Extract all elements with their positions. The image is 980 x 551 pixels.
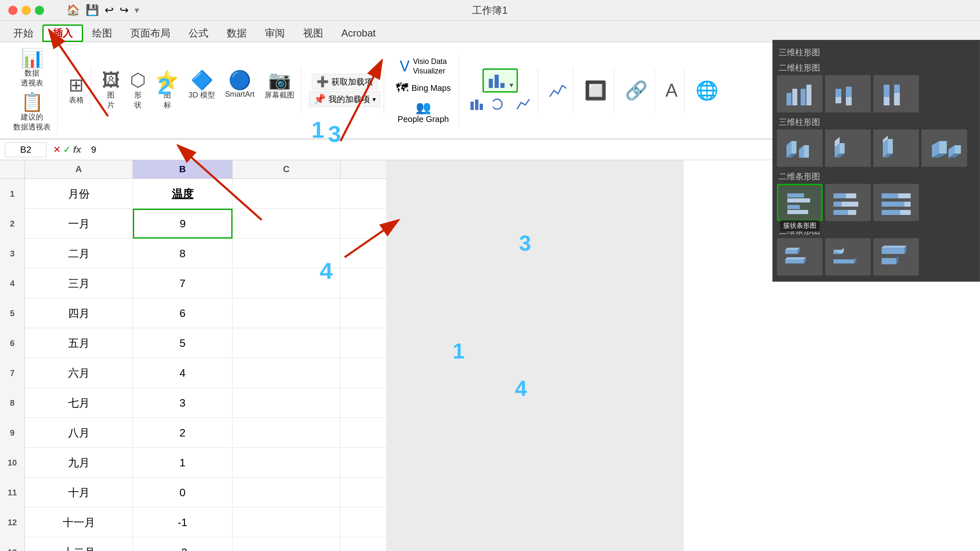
col-header-d[interactable]: D xyxy=(341,160,386,178)
tab-draw[interactable]: 绘图 xyxy=(83,24,121,42)
tab-acrobat[interactable]: Acrobat xyxy=(332,24,385,42)
cell-d5[interactable] xyxy=(341,298,386,328)
cell-a13[interactable]: 十二月 xyxy=(25,537,133,551)
cell-d10[interactable] xyxy=(341,448,386,478)
cell-c2[interactable] xyxy=(233,209,341,239)
maximize-button[interactable] xyxy=(35,6,44,15)
cell-d4[interactable] xyxy=(341,268,386,298)
link-button[interactable]: 🔗 xyxy=(622,80,651,101)
sparkline-button[interactable] xyxy=(546,80,570,100)
recommended-pivot-button[interactable]: 📋 建议的数据透视表 xyxy=(10,91,54,134)
cell-a1[interactable]: 月份 xyxy=(25,179,133,209)
cell-c4[interactable] xyxy=(233,268,341,298)
cell-d13[interactable] xyxy=(341,537,386,551)
cell-d12[interactable] xyxy=(341,507,386,537)
formula-confirm-icon[interactable]: ✓ xyxy=(63,144,71,155)
charts-button[interactable]: ▾ xyxy=(483,68,518,93)
chart-2d-clustered[interactable] xyxy=(777,75,823,112)
tab-view[interactable]: 视图 xyxy=(294,24,332,42)
globe-icon-btn[interactable]: 🌐 xyxy=(692,80,722,101)
cell-b4[interactable]: 7 xyxy=(133,268,233,298)
tab-data[interactable]: 数据 xyxy=(218,24,256,42)
cell-d7[interactable] xyxy=(341,358,386,388)
chart-3d-100pct[interactable] xyxy=(873,129,919,167)
cell-b5[interactable]: 6 xyxy=(133,298,233,328)
tab-start[interactable]: 开始 xyxy=(4,24,42,42)
cell-b9[interactable]: 2 xyxy=(133,418,233,448)
visio-button[interactable]: V Visio DataVisualizer xyxy=(395,55,451,78)
chart-type-2-button[interactable] xyxy=(466,96,488,112)
cell-a11[interactable]: 十月 xyxy=(25,478,133,507)
tab-pagelayout[interactable]: 页面布局 xyxy=(121,24,179,42)
cell-d6[interactable] xyxy=(341,328,386,358)
col-header-a[interactable]: A xyxy=(25,160,133,178)
cell-a9[interactable]: 八月 xyxy=(25,418,133,448)
cell-a12[interactable]: 十一月 xyxy=(25,507,133,537)
cell-b13[interactable]: -2 xyxy=(133,537,233,551)
home-icon[interactable]: 🏠 xyxy=(66,4,80,17)
cell-c13[interactable] xyxy=(233,537,341,551)
cell-d11[interactable] xyxy=(341,478,386,507)
chart-3d-stacked[interactable] xyxy=(825,129,871,167)
slicer-button[interactable]: 🔲 xyxy=(581,80,610,101)
cell-b12[interactable]: -1 xyxy=(133,507,233,537)
cell-b8[interactable]: 3 xyxy=(133,388,233,418)
formula-cancel-icon[interactable]: ✕ xyxy=(53,144,61,155)
cell-c1[interactable] xyxy=(233,179,341,209)
cell-c12[interactable] xyxy=(233,507,341,537)
cell-a4[interactable]: 三月 xyxy=(25,268,133,298)
cell-a5[interactable]: 四月 xyxy=(25,298,133,328)
cell-a6[interactable]: 五月 xyxy=(25,328,133,358)
cell-a10[interactable]: 九月 xyxy=(25,448,133,478)
my-addin-button[interactable]: 📌 我的加载项 ▾ xyxy=(309,91,380,107)
chart-3d-bar-1[interactable] xyxy=(777,238,823,276)
cell-c11[interactable] xyxy=(233,478,341,507)
col-header-c[interactable]: C xyxy=(233,160,341,178)
save-icon[interactable]: 💾 xyxy=(86,4,99,17)
chart-3d-bar-3[interactable] xyxy=(873,238,919,276)
cell-c5[interactable] xyxy=(233,298,341,328)
chart-2d-bar-clustered[interactable]: 簇状条形图 xyxy=(777,184,823,221)
cell-a7[interactable]: 六月 xyxy=(25,358,133,388)
cell-d2[interactable] xyxy=(341,209,386,239)
pivot-table-button[interactable]: 📊 数据透视表 xyxy=(17,47,47,90)
cell-a2[interactable]: 一月 xyxy=(25,209,133,239)
chart-type-3-button[interactable] xyxy=(490,96,511,112)
tab-formula[interactable]: 公式 xyxy=(179,24,218,42)
bing-maps-button[interactable]: 🗺 Bing Maps xyxy=(392,79,455,97)
cell-b3[interactable]: 8 xyxy=(133,239,233,268)
chart-2d-100pct[interactable] xyxy=(873,75,919,112)
model3d-button[interactable]: 🔷 3D 模型 xyxy=(185,69,218,112)
cell-d8[interactable] xyxy=(341,388,386,418)
cell-d1[interactable] xyxy=(341,179,386,209)
chart-3d-bar-2[interactable] xyxy=(825,238,871,276)
cell-c6[interactable] xyxy=(233,328,341,358)
tab-review[interactable]: 审阅 xyxy=(256,24,294,42)
cell-d9[interactable] xyxy=(341,418,386,448)
cell-a3[interactable]: 二月 xyxy=(25,239,133,268)
cell-c3[interactable] xyxy=(233,239,341,268)
chart-3d-single[interactable] xyxy=(921,129,967,167)
cell-c10[interactable] xyxy=(233,448,341,478)
cell-c7[interactable] xyxy=(233,358,341,388)
chart-2d-bar-stacked[interactable] xyxy=(825,184,871,221)
cell-c8[interactable] xyxy=(233,388,341,418)
cell-a8[interactable]: 七月 xyxy=(25,388,133,418)
table-button[interactable]: ⊞ 表格 xyxy=(65,74,87,107)
cell-b10[interactable]: 1 xyxy=(133,448,233,478)
cell-d3[interactable] xyxy=(341,239,386,268)
cell-b7[interactable]: 4 xyxy=(133,358,233,388)
cell-c9[interactable] xyxy=(233,418,341,448)
minimize-button[interactable] xyxy=(22,6,31,15)
col-header-b[interactable]: B xyxy=(133,160,233,178)
icons-button[interactable]: ⭐ 图标 xyxy=(152,69,182,112)
chart-2d-bar-100pct[interactable] xyxy=(873,184,919,221)
undo-icon[interactable]: ↩ xyxy=(105,4,114,17)
chart-3d-clustered[interactable] xyxy=(777,129,823,167)
text-button[interactable]: A xyxy=(662,80,681,101)
cell-b1[interactable]: 温度 xyxy=(133,179,233,209)
cell-b11[interactable]: 0 xyxy=(133,478,233,507)
get-addin-button[interactable]: ➕ 获取加载项 xyxy=(312,74,377,90)
picture-button[interactable]: 🖼 图片 xyxy=(98,69,123,112)
cell-b6[interactable]: 5 xyxy=(133,328,233,358)
